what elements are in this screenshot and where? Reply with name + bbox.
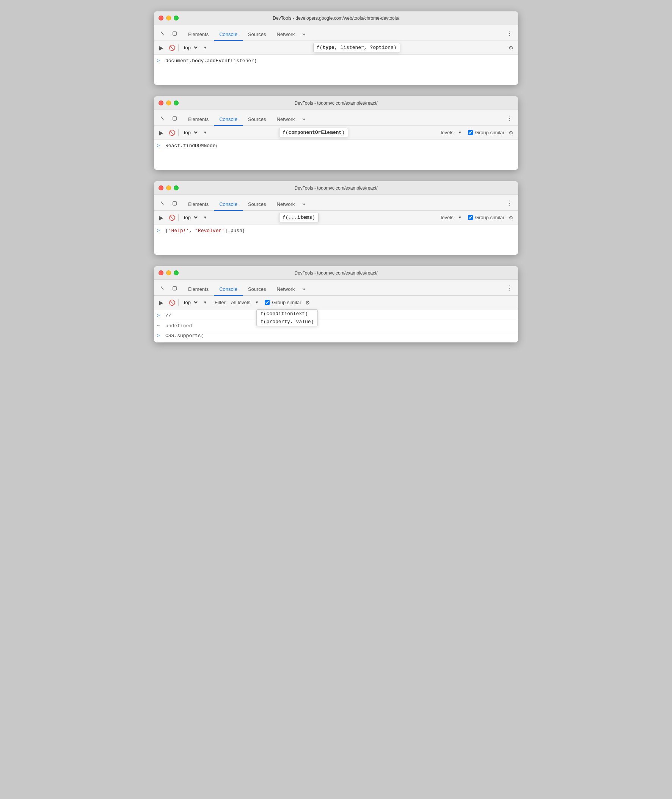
title-bar-3: DevTools - todomvc.com/examples/react/ bbox=[154, 181, 518, 195]
dropdown-icon[interactable]: ▼ bbox=[201, 44, 210, 52]
console-content-2: > React.findDOMNode( bbox=[154, 139, 518, 170]
close-button[interactable] bbox=[158, 16, 163, 21]
menu-button-4[interactable]: ⋮ bbox=[504, 283, 515, 293]
run-icon-3[interactable]: ▶ bbox=[157, 214, 165, 222]
context-select-4[interactable]: top bbox=[181, 299, 199, 307]
menu-button-1[interactable]: ⋮ bbox=[504, 28, 515, 38]
filter-label-4: Filter bbox=[214, 300, 226, 305]
autocomplete-row-4-1[interactable]: f(conditionText) bbox=[257, 310, 317, 318]
minimize-button-3[interactable] bbox=[166, 185, 171, 190]
settings-icon-3[interactable]: ⚙ bbox=[507, 214, 515, 222]
levels-dropdown-icon-4[interactable]: ▼ bbox=[253, 299, 261, 307]
tab-bar-icons-1: ↖ ▢ bbox=[157, 28, 180, 41]
block-icon[interactable]: 🚫 bbox=[168, 44, 176, 52]
console-code-3-1[interactable]: ['Help!', 'Revolver'].push( bbox=[165, 227, 245, 235]
close-button-3[interactable] bbox=[158, 185, 163, 190]
tab-sources-2[interactable]: Sources bbox=[243, 113, 272, 126]
menu-button-2[interactable]: ⋮ bbox=[504, 113, 515, 123]
divider-3 bbox=[178, 214, 179, 221]
minimize-button[interactable] bbox=[166, 16, 171, 21]
tab-more-4[interactable]: » bbox=[300, 283, 307, 296]
devtools-window-1: DevTools - developers.google.com/web/too… bbox=[154, 11, 518, 85]
tab-console-2[interactable]: Console bbox=[214, 113, 243, 126]
menu-button-3[interactable]: ⋮ bbox=[504, 198, 515, 208]
devtools-window-3: DevTools - todomvc.com/examples/react/ ↖… bbox=[154, 181, 518, 255]
tab-elements-1[interactable]: Elements bbox=[183, 29, 214, 41]
string-help: 'Help!' bbox=[168, 228, 189, 233]
minimize-button-4[interactable] bbox=[166, 270, 171, 275]
tab-bar-4: ↖ ▢ Elements Console Sources Network » ⋮ bbox=[154, 280, 518, 296]
context-select-3[interactable]: top bbox=[181, 214, 199, 222]
levels-label-2: levels bbox=[441, 130, 453, 135]
tab-network-4[interactable]: Network bbox=[272, 283, 300, 296]
cursor-icon-4[interactable]: ↖ bbox=[157, 283, 168, 293]
device-icon-3[interactable]: ▢ bbox=[169, 198, 180, 208]
tab-elements-2[interactable]: Elements bbox=[183, 113, 214, 126]
console-prompt-1-1: > bbox=[157, 58, 162, 64]
context-select-1[interactable]: top bbox=[181, 44, 199, 51]
device-icon-2[interactable]: ▢ bbox=[169, 113, 180, 123]
run-icon[interactable]: ▶ bbox=[157, 44, 165, 52]
autocomplete-row-4-2[interactable]: f(property, value) bbox=[257, 318, 317, 326]
tab-elements-4[interactable]: Elements bbox=[183, 283, 214, 296]
levels-dropdown-icon-2[interactable]: ▼ bbox=[456, 129, 464, 137]
tab-sources-1[interactable]: Sources bbox=[243, 29, 272, 41]
traffic-lights-3 bbox=[158, 185, 179, 190]
tab-more-3[interactable]: » bbox=[300, 198, 307, 211]
tab-bar-icons-4: ↖ ▢ bbox=[157, 283, 180, 296]
toolbar-3: ▶ 🚫 top ▼ f(...items) levels ▼ Group sim… bbox=[154, 211, 518, 224]
console-code-2-1[interactable]: React.findDOMNode( bbox=[165, 142, 218, 150]
close-button-2[interactable] bbox=[158, 101, 163, 105]
group-similar-checkbox-2[interactable] bbox=[468, 130, 473, 135]
device-icon-4[interactable]: ▢ bbox=[169, 283, 180, 293]
console-content-4: > // f(conditionText) f(property, value)… bbox=[154, 310, 518, 342]
maximize-button-4[interactable] bbox=[174, 270, 179, 275]
levels-label-3: levels bbox=[441, 215, 453, 221]
block-icon-2[interactable]: 🚫 bbox=[168, 129, 176, 137]
string-revolver: 'Revolver' bbox=[195, 228, 224, 233]
settings-icon-1[interactable]: ⚙ bbox=[507, 44, 515, 52]
tab-sources-3[interactable]: Sources bbox=[243, 198, 272, 211]
maximize-button-3[interactable] bbox=[174, 185, 179, 190]
maximize-button[interactable] bbox=[174, 16, 179, 21]
cursor-icon[interactable]: ↖ bbox=[157, 28, 168, 38]
tab-elements-3[interactable]: Elements bbox=[183, 198, 214, 211]
maximize-button-2[interactable] bbox=[174, 101, 179, 105]
settings-icon-4[interactable]: ⚙ bbox=[303, 299, 312, 307]
tab-sources-4[interactable]: Sources bbox=[243, 283, 272, 296]
console-result-4-2: undefined bbox=[165, 322, 192, 330]
tab-more-1[interactable]: » bbox=[300, 28, 307, 41]
close-button-4[interactable] bbox=[158, 270, 163, 275]
dropdown-icon-2[interactable]: ▼ bbox=[201, 129, 210, 137]
dropdown-icon-4[interactable]: ▼ bbox=[201, 299, 210, 307]
settings-icon-2[interactable]: ⚙ bbox=[507, 129, 515, 137]
run-icon-2[interactable]: ▶ bbox=[157, 129, 165, 137]
levels-dropdown-icon-3[interactable]: ▼ bbox=[456, 214, 464, 222]
tab-console-4[interactable]: Console bbox=[214, 283, 243, 296]
autocomplete-bold-2: componentOrElement bbox=[289, 130, 342, 135]
group-similar-checkbox-4[interactable] bbox=[265, 300, 270, 305]
block-icon-3[interactable]: 🚫 bbox=[168, 214, 176, 222]
tab-network-2[interactable]: Network bbox=[272, 113, 300, 126]
run-icon-4[interactable]: ▶ bbox=[157, 299, 165, 307]
console-code-4-3[interactable]: CSS.supports( bbox=[165, 332, 204, 340]
cursor-icon-2[interactable]: ↖ bbox=[157, 113, 168, 123]
group-similar-label-2: Group similar bbox=[475, 130, 504, 135]
minimize-button-2[interactable] bbox=[166, 101, 171, 105]
device-icon[interactable]: ▢ bbox=[169, 28, 180, 38]
title-bar-1: DevTools - developers.google.com/web/too… bbox=[154, 11, 518, 25]
tab-network-3[interactable]: Network bbox=[272, 198, 300, 211]
tab-console-1[interactable]: Console bbox=[214, 29, 243, 41]
cursor-icon-3[interactable]: ↖ bbox=[157, 198, 168, 208]
context-select-2[interactable]: top bbox=[181, 129, 199, 136]
console-code-4-1[interactable]: // bbox=[165, 312, 171, 320]
tab-console-3[interactable]: Console bbox=[214, 198, 243, 211]
tab-more-2[interactable]: » bbox=[300, 113, 307, 126]
dropdown-icon-3[interactable]: ▼ bbox=[201, 214, 210, 222]
tab-network-1[interactable]: Network bbox=[272, 29, 300, 41]
console-code-1-1[interactable]: document.body.addEventListener( bbox=[165, 57, 257, 65]
autocomplete-tooltip-1: f(type, listener, ?options) bbox=[313, 43, 400, 52]
block-icon-4[interactable]: 🚫 bbox=[168, 299, 176, 307]
divider-4 bbox=[178, 299, 179, 306]
group-similar-checkbox-3[interactable] bbox=[468, 215, 473, 220]
